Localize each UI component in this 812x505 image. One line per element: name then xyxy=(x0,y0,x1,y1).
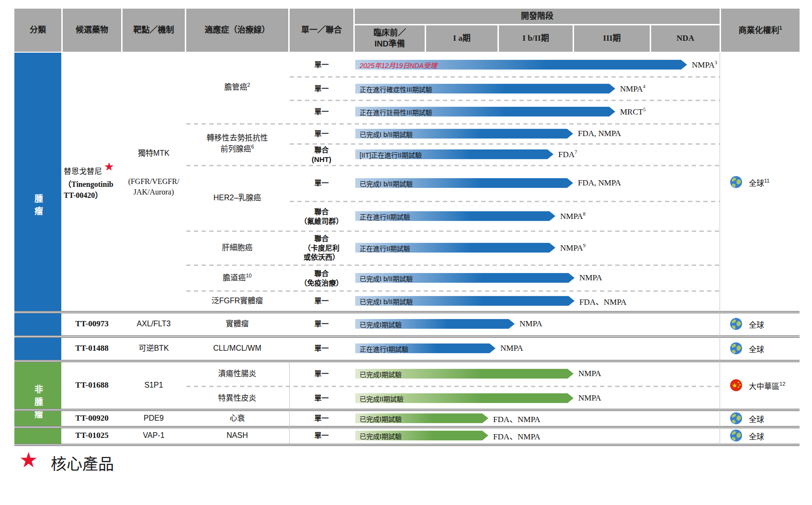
mode-label: 單一 xyxy=(290,84,353,93)
header-stage-ia: I a期 xyxy=(426,25,497,52)
mode-label: 單一 xyxy=(290,413,353,423)
indication-btc: 膽道癌10 xyxy=(186,272,288,284)
agency-label: FDA7 xyxy=(558,149,577,160)
mode-label: 單一 xyxy=(290,393,353,403)
core-product-star-icon: ★ xyxy=(104,160,114,173)
mode-label: 聯合 (NHT) xyxy=(290,145,353,164)
pipeline-arrow: 已完成I b/II期試驗 xyxy=(355,296,575,306)
rights-greater-china-tt01688: ★★★★ 大中華區12 xyxy=(730,379,800,392)
indication-her2-breast: HER2–乳腺癌 xyxy=(186,193,288,203)
svg-text:★: ★ xyxy=(737,385,740,389)
drug-tinengotinib: 替恩戈替尼★ （Tinengotinib TT-00420） xyxy=(64,162,123,201)
target-s1p1: S1P1 xyxy=(123,380,185,390)
mode-label: 單一 xyxy=(290,60,353,69)
mode-label: 單一 xyxy=(290,178,353,188)
green-section-column-divider xyxy=(289,362,290,444)
category-band-non-oncology: 非腫瘤 xyxy=(14,362,61,445)
mode-label: 聯合 （氟維司群） xyxy=(290,207,353,226)
agency-label: NMPA4 xyxy=(620,83,645,94)
pipeline-arrow: 已完成I b/II期試驗 xyxy=(355,273,575,283)
pipeline-chart: 分類 候選藥物 靶點／機制 適應症（治療線） 單一／聯合 開發階段 臨床前／ I… xyxy=(0,0,812,505)
indication-cholangiocarcinoma: 膽管癌2 xyxy=(186,81,288,93)
agency-label: FDA, NMPA xyxy=(578,178,621,188)
mode-label: 聯合 （免疫治療） xyxy=(290,269,353,287)
agency-label: MRCT5 xyxy=(620,106,646,117)
indication-mcrpc: 轉移性去勢抵抗性 前列腺癌6 xyxy=(186,133,288,155)
pipeline-arrow: 正在進行I期試驗 xyxy=(355,344,496,354)
target-vap1: VAP-1 xyxy=(123,430,185,441)
drug-tt-00973: TT-00973 xyxy=(63,319,121,329)
pipeline-arrow: 已完成I期試驗 xyxy=(355,319,515,329)
row-border xyxy=(14,426,800,428)
agency-label: NMPA8 xyxy=(560,211,586,221)
svg-text:★: ★ xyxy=(732,382,737,389)
agency-label: NMPA xyxy=(500,344,523,353)
target-mtk-detail: (FGFR/VEGFR/ JAK/Aurora) xyxy=(123,176,185,197)
rights-column-divider xyxy=(720,53,720,445)
header-stage-nda: NDA xyxy=(651,25,720,52)
legend-core-product-label: 核心產品 xyxy=(51,451,114,474)
row-border xyxy=(14,311,800,313)
indication-ulcerative-colitis: 潰瘍性腸炎 xyxy=(186,368,288,379)
header-mono-combo: 單一／聯合 xyxy=(290,9,353,52)
subrow-divider xyxy=(290,201,720,202)
indication-solid-tumor: 實體瘤 xyxy=(186,319,288,329)
indication-atopic-dermatitis: 特異性皮炎 xyxy=(186,393,288,403)
rights-global-tt00920: 全球 xyxy=(730,412,800,425)
agency-label: NMPA9 xyxy=(560,242,586,253)
mode-label: 單一 xyxy=(290,431,353,440)
header-stage-iii: III期 xyxy=(574,25,650,52)
target-axl-flt3: AXL/FLT3 xyxy=(123,319,185,329)
agency-label: NMPA xyxy=(519,319,542,329)
pipeline-arrow: 2025年12月19日NDA受理 xyxy=(355,60,687,70)
subrow-divider xyxy=(290,100,720,101)
drug-tt-01025: TT-01025 xyxy=(63,431,121,440)
mode-label: 單一 xyxy=(290,129,353,138)
rights-global-tt01488: 全球 xyxy=(730,342,800,355)
header-category: 分類 xyxy=(14,9,61,52)
category-label-non-oncology: 非腫瘤 xyxy=(32,385,44,422)
row-border xyxy=(14,409,800,411)
legend-core-product-star-icon: ★ xyxy=(19,448,38,472)
header-target: 靶點／機制 xyxy=(123,9,185,52)
target-btk: 可逆BTK xyxy=(123,343,185,354)
globe-icon xyxy=(730,176,743,189)
indication-divider xyxy=(186,386,720,387)
indication-divider xyxy=(186,230,720,232)
rights-global-tinengotinib: 全球11 xyxy=(730,176,800,189)
header-indication: 適應症（治療線） xyxy=(186,9,288,52)
indication-nash: NASH xyxy=(186,430,288,441)
globe-icon xyxy=(730,412,743,425)
mode-label: 單一 xyxy=(290,369,353,379)
globe-icon xyxy=(730,318,743,331)
mode-label: 單一 xyxy=(290,296,353,306)
indication-divider xyxy=(186,123,720,125)
indication-cll-mcl-wm: CLL/MCL/WM xyxy=(186,343,288,354)
row-border xyxy=(14,444,800,446)
rights-global-tt00973: 全球 xyxy=(730,318,800,331)
agency-label: FDA、NMPA xyxy=(493,413,541,425)
agency-label: FDA、NMPA xyxy=(579,295,627,307)
globe-icon xyxy=(730,342,743,355)
agency-label: NMPA3 xyxy=(692,59,717,70)
category-band-oncology: 腫瘤 xyxy=(14,53,61,360)
header-dev-stage: 開發階段 xyxy=(355,9,720,24)
agency-label: NMPA xyxy=(578,369,601,379)
target-mtk: 獨特MTK xyxy=(123,148,185,159)
drug-tt-00920: TT-00920 xyxy=(63,413,121,423)
mode-label: 單一 xyxy=(290,344,353,353)
target-pde9: PDE9 xyxy=(123,413,185,424)
pipeline-arrow: 已完成I期試驗 xyxy=(355,431,488,441)
row-border xyxy=(14,360,800,362)
pipeline-arrow: [IIT]正在進行II期試驗 xyxy=(355,149,553,160)
subrow-divider xyxy=(290,76,720,78)
indication-divider xyxy=(186,165,720,166)
mode-label: 單一 xyxy=(290,319,353,329)
drug-tt-01688: TT-01688 xyxy=(63,380,121,390)
china-flag-icon: ★★★★ xyxy=(730,379,743,392)
pipeline-arrow: 已完成I b/II期試驗 xyxy=(355,129,573,139)
pipeline-arrow: 正在進行II期試驗 xyxy=(355,211,555,221)
row-border xyxy=(14,335,800,338)
pipeline-arrow: 已完成I期試驗 xyxy=(355,413,488,424)
mode-label: 聯合 （卡度尼利 或依沃西） xyxy=(290,234,353,262)
